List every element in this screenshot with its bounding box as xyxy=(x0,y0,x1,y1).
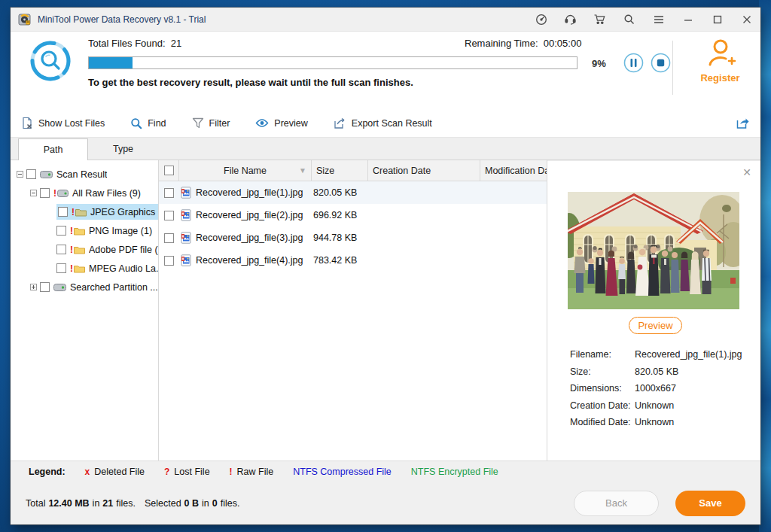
tree-item-jpeg-graphics[interactable]: ! JPEG Graphics ... xyxy=(11,202,158,221)
column-modification-date[interactable]: Modification Date xyxy=(480,160,547,181)
jpg-file-icon xyxy=(179,187,196,199)
zoom-icon[interactable] xyxy=(623,13,635,26)
remaining-time: Remaining Time: 00:05:00 xyxy=(465,38,581,49)
tree-item-scan-result[interactable]: Scan Result xyxy=(11,165,158,184)
collapse-icon[interactable] xyxy=(17,171,23,178)
scan-progress-bar xyxy=(88,56,577,69)
detail-modified-date: Modified Date: Unknown xyxy=(570,417,742,427)
legend-raw-file: ! Raw File xyxy=(230,467,274,477)
scan-progress-fill xyxy=(89,57,133,68)
register-button[interactable]: Register xyxy=(688,38,752,84)
tree-item-png-image[interactable]: ! PNG Image (1) xyxy=(11,221,158,240)
table-header: File Name ▼ Size Creation Date Modificat… xyxy=(159,160,547,181)
find-button[interactable]: Find xyxy=(130,117,166,129)
export-scan-result-button[interactable]: Export Scan Result xyxy=(334,117,432,129)
preview-panel: ✕ xyxy=(547,160,760,461)
total-files-count: 21 xyxy=(171,38,181,49)
detail-size: Size: 820.05 KB xyxy=(570,366,742,377)
title-bar: MiniTool Power Data Recovery v8.1 - Tria… xyxy=(11,8,760,32)
toolbar: Show Lost Files Find Filter Preview xyxy=(11,109,760,138)
detail-filename: Filename: Recovered_jpg_file(1).jpg xyxy=(570,349,742,360)
header-divider xyxy=(672,41,673,95)
preview-image xyxy=(568,192,739,309)
checkbox[interactable] xyxy=(26,169,36,179)
table-row[interactable]: Recovered_jpg_file(4).jpg 783.42 KB xyxy=(159,249,547,272)
tree-item-searched-partition[interactable]: Searched Partition ... xyxy=(11,278,158,296)
checkbox[interactable] xyxy=(164,211,174,220)
preview-close-icon[interactable]: ✕ xyxy=(742,167,751,178)
minimize-icon[interactable] xyxy=(681,13,694,26)
register-label: Register xyxy=(688,72,752,84)
pause-button[interactable] xyxy=(623,53,644,73)
app-logo-icon xyxy=(18,13,32,26)
column-file-name[interactable]: File Name ▼ xyxy=(179,160,312,181)
raw-folder-icon: ! xyxy=(70,245,85,255)
export-icon xyxy=(334,117,346,129)
column-size[interactable]: Size xyxy=(312,160,368,181)
sort-icon[interactable]: ▼ xyxy=(299,166,306,175)
progress-percent: 9% xyxy=(592,58,606,69)
remaining-time-value: 00:05:00 xyxy=(544,38,582,49)
raw-folder-icon: ! xyxy=(72,207,87,217)
column-creation-date[interactable]: Creation Date xyxy=(368,160,480,181)
drive-icon xyxy=(53,284,66,291)
table-row[interactable]: Recovered_jpg_file(3).jpg 944.78 KB xyxy=(159,226,547,249)
close-icon[interactable] xyxy=(740,13,753,26)
preview-button-toolbar[interactable]: Preview xyxy=(255,118,307,129)
legend-title: Legend: xyxy=(29,467,66,477)
tree-tabs: Path Type xyxy=(11,138,760,160)
table-row[interactable]: Recovered_jpg_file(1).jpg 820.05 KB xyxy=(159,181,547,204)
jpg-file-icon xyxy=(179,232,196,244)
filter-funnel-icon xyxy=(192,117,204,129)
drive-icon xyxy=(40,171,53,178)
menu-icon[interactable] xyxy=(652,13,665,26)
checkbox[interactable] xyxy=(56,226,66,236)
preview-eye-icon xyxy=(255,118,269,128)
footer-bar: Total 12.40 MB in 21 files. Selected 0 B… xyxy=(11,482,760,524)
checkbox[interactable] xyxy=(40,188,50,198)
checkbox[interactable] xyxy=(58,207,68,217)
checkbox[interactable] xyxy=(56,263,66,273)
table-row[interactable]: Recovered_jpg_file(2).jpg 696.92 KB xyxy=(159,204,547,226)
export-shortcut-button[interactable] xyxy=(736,117,750,130)
back-button[interactable]: Back xyxy=(574,491,659,516)
checkbox[interactable] xyxy=(164,233,174,243)
tree-item-adobe-pdf[interactable]: ! Adobe PDF file (2) xyxy=(11,240,158,259)
total-files-found: Total Files Found: 21 xyxy=(88,38,181,49)
legend-ntfs-compressed: NTFS Compressed File xyxy=(293,467,392,477)
tab-path[interactable]: Path xyxy=(18,138,88,160)
folder-tree-panel: Scan Result ! All Raw Files (9) ! xyxy=(11,160,159,461)
main-content: Scan Result ! All Raw Files (9) ! xyxy=(11,160,760,461)
tree-item-mpeg-audio[interactable]: ! MPEG Audio La... xyxy=(11,259,158,278)
checkbox[interactable] xyxy=(164,188,174,198)
detail-dimensions: Dimensions: 1000x667 xyxy=(570,383,742,394)
tab-type[interactable]: Type xyxy=(88,138,158,160)
app-window: MiniTool Power Data Recovery v8.1 - Tria… xyxy=(11,8,760,524)
expand-icon[interactable] xyxy=(30,284,37,290)
select-all-checkbox-cell[interactable] xyxy=(159,160,179,181)
headset-icon[interactable] xyxy=(564,13,577,26)
file-list-panel: File Name ▼ Size Creation Date Modificat… xyxy=(159,160,547,461)
raw-folder-icon: ! xyxy=(70,263,85,274)
window-title: MiniTool Power Data Recovery v8.1 - Tria… xyxy=(38,14,206,25)
cart-icon[interactable] xyxy=(593,13,606,26)
legend-bar: Legend: x Deleted File ? Lost File ! Raw… xyxy=(11,461,760,482)
save-button[interactable]: Save xyxy=(675,491,745,516)
filter-button[interactable]: Filter xyxy=(192,117,230,129)
checkbox[interactable] xyxy=(164,256,174,266)
detail-creation-date: Creation Date: Unknown xyxy=(570,400,742,411)
collapse-icon[interactable] xyxy=(30,190,37,196)
scanning-spinner-icon xyxy=(29,39,72,83)
checkbox[interactable] xyxy=(40,282,50,292)
stop-button[interactable] xyxy=(651,53,671,73)
totals-summary: Total 12.40 MB in 21 files. Selected 0 B… xyxy=(26,498,239,509)
maximize-icon[interactable] xyxy=(711,13,724,26)
raw-folder-icon: ! xyxy=(70,226,85,236)
show-lost-files-button[interactable]: Show Lost Files xyxy=(21,117,105,129)
select-all-checkbox[interactable] xyxy=(164,166,174,175)
register-user-icon xyxy=(704,38,737,68)
meter-icon[interactable] xyxy=(535,13,547,26)
checkbox[interactable] xyxy=(56,245,66,254)
preview-button[interactable]: Preview xyxy=(629,317,682,334)
tree-item-all-raw-files[interactable]: ! All Raw Files (9) xyxy=(11,184,158,202)
